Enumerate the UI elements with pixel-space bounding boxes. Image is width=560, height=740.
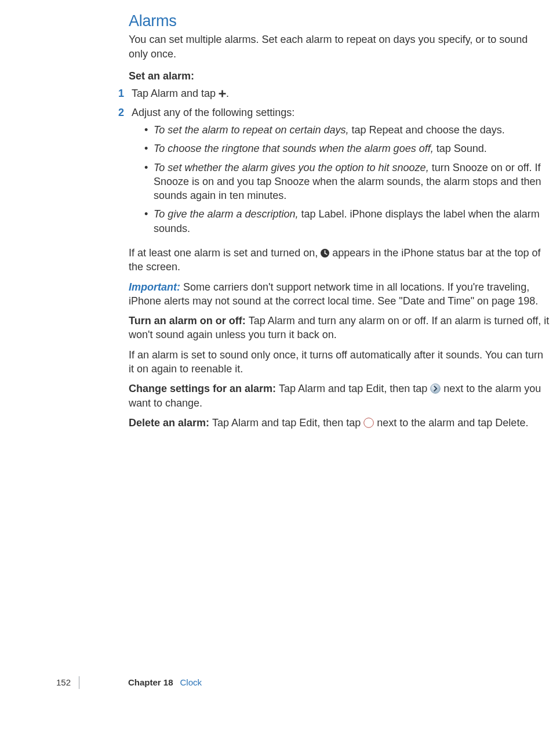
- bullet-label: To give the alarm a description, tap Lab…: [144, 207, 549, 235]
- step-2-text: Adjust any of the following settings:: [132, 107, 294, 118]
- step-2: 2 Adjust any of the following settings: …: [112, 106, 550, 240]
- svg-point-5: [431, 384, 441, 394]
- change-settings: Change settings for an alarm: Tap Alarm …: [129, 382, 550, 410]
- plus-icon: [219, 90, 226, 97]
- bullet-repeat: To set the alarm to repeat on certain da…: [144, 123, 549, 137]
- bullet-rest: tap Repeat and choose the days.: [349, 124, 505, 136]
- chapter-name: Clock: [180, 677, 202, 688]
- clock-icon: [321, 249, 329, 257]
- settings-bullets: To set the alarm to repeat on certain da…: [132, 123, 549, 235]
- bullet-em: To choose the ringtone that sounds when …: [154, 143, 434, 154]
- delete-text-b: next to the alarm and tap Delete.: [374, 417, 528, 429]
- step-number: 2: [112, 106, 124, 119]
- section-title: Alarms: [129, 10, 550, 31]
- step-1-text-b: .: [226, 88, 229, 99]
- sound-once-note: If an alarm is set to sound only once, i…: [129, 348, 550, 376]
- turn-on-off: Turn an alarm on or off: Tap Alarm and t…: [129, 314, 550, 342]
- step-1-body: Tap Alarm and tap .: [132, 86, 549, 100]
- bullet-sound: To choose the ringtone that sounds when …: [144, 142, 549, 155]
- turn-label: Turn an alarm on or off:: [129, 315, 249, 327]
- change-label: Change settings for an alarm:: [129, 383, 279, 394]
- set-alarm-heading: Set an alarm:: [129, 69, 550, 83]
- bullet-em: To give the alarm a description,: [154, 208, 298, 220]
- important-note: Important: Some carriers don't support n…: [129, 280, 550, 309]
- important-label: Important:: [129, 281, 183, 293]
- step-1: 1 Tap Alarm and tap .: [112, 86, 550, 100]
- step-1-text-a: Tap Alarm and tap: [132, 88, 219, 99]
- page-footer: 152 Chapter 18 Clock: [0, 676, 560, 689]
- delete-label: Delete an alarm:: [129, 417, 212, 429]
- page-number: 152: [0, 677, 71, 688]
- status-bar-note: If at least one alarm is set and turned …: [129, 246, 550, 274]
- delete-minus-icon: [363, 418, 374, 428]
- page: Alarms You can set multiple alarms. Set …: [0, 0, 560, 430]
- bullet-rest: tap Sound.: [434, 143, 487, 154]
- chapter-label: Chapter 18: [128, 677, 173, 688]
- svg-rect-7: [366, 422, 372, 423]
- bullet-em: To set whether the alarm gives you the o…: [154, 162, 429, 173]
- content-body: Alarms You can set multiple alarms. Set …: [129, 10, 550, 430]
- step-number: 1: [112, 86, 124, 100]
- delete-text-a: Tap Alarm and tap Edit, then tap: [212, 417, 363, 429]
- footer-divider: [79, 676, 79, 689]
- svg-rect-1: [219, 93, 226, 95]
- step-2-body: Adjust any of the following settings: To…: [132, 106, 549, 240]
- bullet-snooze: To set whether the alarm gives you the o…: [144, 161, 549, 203]
- important-text: Some carriers don't support network time…: [129, 281, 538, 307]
- steps-list: 1 Tap Alarm and tap . 2 Adjust any of th…: [129, 86, 550, 240]
- change-text-a: Tap Alarm and tap Edit, then tap: [279, 383, 430, 394]
- bullet-em: To set the alarm to repeat on certain da…: [154, 124, 349, 136]
- chevron-right-icon: [430, 383, 441, 394]
- status-text-a: If at least one alarm is set and turned …: [129, 247, 321, 259]
- delete-alarm: Delete an alarm: Tap Alarm and tap Edit,…: [129, 416, 550, 430]
- intro-paragraph: You can set multiple alarms. Set each al…: [129, 32, 550, 61]
